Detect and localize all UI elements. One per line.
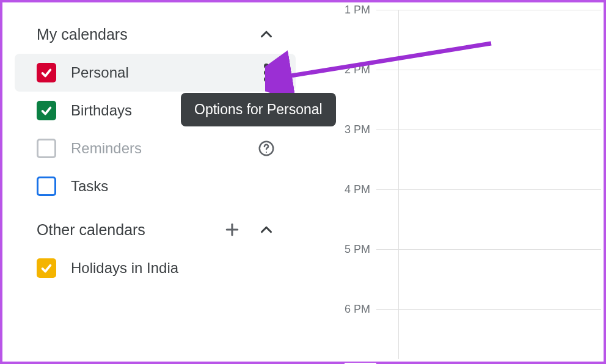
more-options-icon[interactable] xyxy=(255,62,277,84)
calendar-item-personal[interactable]: Personal xyxy=(15,54,296,92)
my-calendars-list: Personal Birthdays Reminders xyxy=(15,54,296,205)
time-label: 3 PM xyxy=(345,123,376,136)
time-label: 4 PM xyxy=(345,183,376,196)
other-calendars-title: Other calendars xyxy=(37,221,145,239)
time-label: 6 PM xyxy=(345,303,376,316)
time-grid: 1 PM 2 PM 3 PM 4 PM 5 PM 6 PM 7 PM xyxy=(345,2,601,359)
checkbox-personal[interactable] xyxy=(37,63,56,82)
my-calendars-title: My calendars xyxy=(37,26,128,43)
calendar-item-reminders[interactable]: Reminders xyxy=(15,129,296,167)
time-label: 2 PM xyxy=(345,64,376,76)
time-row[interactable]: 5 PM xyxy=(345,249,601,309)
time-label: 5 PM xyxy=(345,243,376,256)
calendar-sidebar: My calendars Personal Birthda xyxy=(15,17,296,287)
calendar-item-holidays[interactable]: Holidays in India xyxy=(15,249,296,287)
calendar-item-tasks[interactable]: Tasks xyxy=(15,167,296,205)
other-calendars-header[interactable]: Other calendars xyxy=(15,213,296,247)
time-row[interactable]: 6 PM xyxy=(345,309,601,364)
time-row[interactable]: 2 PM xyxy=(345,70,601,129)
chevron-up-icon[interactable] xyxy=(255,23,277,45)
tooltip-options-personal: Options for Personal xyxy=(181,93,336,126)
time-row[interactable]: 3 PM xyxy=(345,129,601,189)
chevron-up-icon[interactable] xyxy=(255,219,277,241)
checkbox-holidays[interactable] xyxy=(37,258,56,278)
time-label: 1 PM xyxy=(345,4,376,16)
checkbox-reminders[interactable] xyxy=(37,139,56,158)
help-icon[interactable] xyxy=(255,137,277,159)
svg-point-1 xyxy=(266,151,267,153)
add-calendar-icon[interactable] xyxy=(221,219,243,241)
calendar-label: Reminders xyxy=(71,140,255,157)
calendar-label: Holidays in India xyxy=(71,260,277,277)
calendar-label: Tasks xyxy=(71,178,277,195)
my-calendars-header[interactable]: My calendars xyxy=(15,17,296,51)
time-row[interactable]: 4 PM xyxy=(345,189,601,249)
time-row[interactable]: 1 PM xyxy=(345,10,601,70)
checkbox-birthdays[interactable] xyxy=(37,101,56,120)
other-calendars-list: Holidays in India xyxy=(15,249,296,287)
checkbox-tasks[interactable] xyxy=(37,177,56,196)
calendar-label: Personal xyxy=(71,64,255,81)
